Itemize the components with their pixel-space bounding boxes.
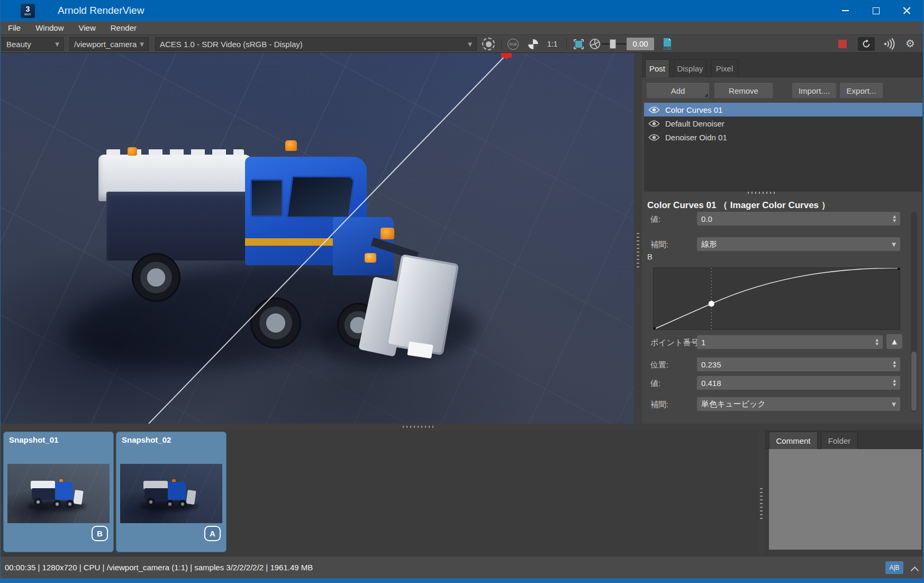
close-button[interactable] [891,0,922,21]
pixel-wedge-button[interactable] [528,39,538,49]
log-document-icon: LOG [662,38,673,50]
snapshot-title: Snapshot_02 [122,435,171,444]
export-button[interactable]: Export... [839,83,883,98]
curve-channel-label: B [647,252,653,261]
comment-splitter-vertical[interactable] [758,430,765,556]
stop-icon [838,40,847,48]
snapshot-card-1[interactable]: Snapshot_01 B [3,432,114,552]
restart-render-button[interactable] [858,37,875,51]
menu-render[interactable]: Render [103,21,144,34]
imager-row-denoiser-oidn[interactable]: Denoiser Oidn 01 [644,130,922,144]
interpolation-select[interactable]: 線形 ▼ [697,237,900,251]
stop-render-button[interactable] [838,40,847,48]
tab-post[interactable]: Post [645,59,669,77]
rgb-channel-button[interactable]: RGB [508,39,519,50]
aov-select-value: Beauty [6,40,31,49]
settings-button[interactable]: ⚙ [905,38,915,49]
minimize-icon [842,10,849,11]
chevron-up-icon[interactable] [912,566,918,572]
tab-pixel[interactable]: Pixel [711,59,738,77]
snapshot-title: Snapshot_01 [9,435,58,444]
value-field[interactable]: 0.0 ▲▼ [697,212,900,226]
arnold-renderview-window: 3 MAX Arnold RenderView File Window View… [0,0,924,583]
wifi-broadcast-icon [883,38,897,50]
comment-textarea[interactable] [769,449,921,550]
chevron-down-icon: ▼ [140,41,144,47]
spinner-icon[interactable]: ▲▼ [876,338,878,346]
maximize-button[interactable] [860,0,891,21]
zoom-ratio-label[interactable]: 1:1 [547,40,557,48]
minimize-button[interactable] [830,0,860,21]
bottom-splitter-horizontal[interactable] [1,424,924,430]
window-bottom-border [1,578,924,583]
log-toggle-button[interactable]: LOG [662,38,673,50]
point-number-label: ポイント番号: [650,338,701,348]
value-label: 値: [650,214,660,225]
menu-view[interactable]: View [71,21,103,34]
app-icon-sub: MAX [24,13,31,16]
camera-select[interactable]: /viewport_camera ▼ [69,37,149,51]
spinner-icon[interactable]: ▲▼ [893,215,896,223]
value-field-text: 0.0 [701,214,712,223]
add-button[interactable]: Add [646,83,710,98]
render-viewport[interactable] [1,53,634,424]
crop-region-icon [573,39,584,50]
eye-icon[interactable] [648,133,660,141]
gear-icon: ⚙ [905,38,915,49]
point-number-field[interactable]: 1 ▲▼ [697,335,883,349]
splitter-grip-icon [403,426,434,428]
snapshot-target-button[interactable] [482,38,495,50]
chevron-down-icon: ▼ [468,41,472,47]
point-value-label: 値: [650,379,660,389]
exposure-value-field[interactable]: 0.00 [627,38,654,50]
point-value-field[interactable]: 0.418 ▲▼ [697,376,900,390]
exposure-aperture-button[interactable] [589,38,601,50]
tab-folder[interactable]: Folder [821,432,858,449]
splitter-grip-icon[interactable] [748,192,777,194]
imager-row-default-denoiser[interactable]: Default Denoiser [644,116,922,130]
broadcast-button[interactable] [883,38,897,50]
colorspace-select[interactable]: ACES 1.0 - SDR Video (sRGB - Display) ▼ [155,37,477,51]
chevron-down-icon: ▼ [892,401,896,407]
title-bar: 3 MAX Arnold RenderView [1,0,923,21]
position-value: 0.235 [701,360,721,369]
imager-properties-header: Color Curves 01 （ Imager Color Curves ） [647,199,830,211]
ab-toggle-button[interactable]: A|B [885,561,903,574]
point-expand-button[interactable]: ▲ [886,334,902,349]
menu-window[interactable]: Window [28,21,71,34]
menu-file[interactable]: File [1,21,28,34]
app-icon: 3 MAX [21,4,35,18]
color-curve-editor[interactable] [653,267,900,330]
mini-truck-render [28,479,91,513]
ab-split-handle[interactable] [501,53,512,58]
snapshot-card-2[interactable]: Snapshot_02 A [116,432,227,552]
imager-row-color-curves[interactable]: Color Curves 01 [644,103,922,116]
import-button[interactable]: Import.... [792,83,837,98]
tab-display[interactable]: Display [674,59,706,77]
spinner-icon[interactable]: ▲▼ [893,361,896,369]
curve-svg [654,268,900,329]
remove-button[interactable]: Remove [714,83,773,98]
eye-icon[interactable] [648,120,660,128]
point-interpolation-select[interactable]: 単色キュービック ▼ [697,397,900,411]
comment-tabstrip: Comment Folder [765,430,924,449]
panel-splitter-vertical[interactable] [634,53,642,424]
comment-panel: Comment Folder [765,430,924,556]
properties-scrollbar[interactable] [911,212,917,412]
toolbar-separator [501,38,502,50]
position-field[interactable]: 0.235 ▲▼ [697,357,900,371]
exposure-slider-handle[interactable] [610,39,616,49]
crop-region-button[interactable] [573,39,584,50]
render-status-text: 00:00:35 | 1280x720 | CPU | /viewport_ca… [1,563,313,572]
snapshot-thumbnail [7,464,110,523]
app-icon-number: 3 [26,6,30,13]
eye-icon[interactable] [648,106,660,114]
point-number-value: 1 [701,338,705,347]
spinner-icon[interactable]: ▲▼ [893,379,896,387]
tab-comment[interactable]: Comment [769,432,818,449]
aov-select[interactable]: Beauty ▼ [2,37,64,51]
point-interpolation-label: 補間: [650,400,668,410]
camera-select-value: /viewport_camera [74,40,137,49]
scrollbar-thumb[interactable] [911,352,917,411]
snapshot-badge: B [92,526,108,541]
